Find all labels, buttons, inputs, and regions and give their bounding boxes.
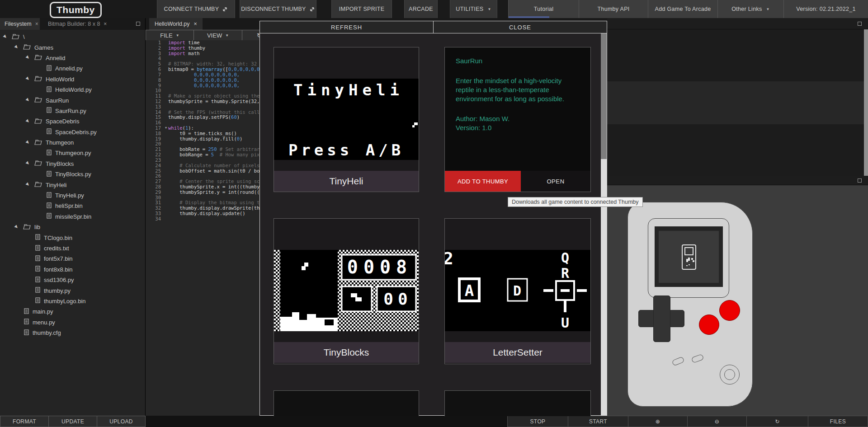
tree-file-font8x8-bin[interactable]: font8x8.bin: [0, 264, 145, 275]
button-a[interactable]: [719, 300, 740, 321]
file-icon: [35, 277, 40, 284]
tree-file-annelid-py[interactable]: Annelid.py: [0, 63, 145, 74]
game-card-tinyblocks[interactable]: 0008 00 TinyBlocks: [274, 218, 419, 364]
panel-scrollbar[interactable]: [864, 29, 868, 176]
tree-file-menu-py[interactable]: menu.py: [0, 317, 145, 328]
tree-folder-helloworld[interactable]: ▶HelloWorld: [0, 74, 145, 84]
files-button[interactable]: FILES: [808, 416, 868, 427]
expanded-triangle-icon[interactable]: ▶: [25, 160, 32, 167]
gutter-spacer: [164, 104, 168, 110]
game-card-tinyheli[interactable]: TinyHeli Press A/B TinyHeli: [274, 47, 419, 192]
top-bar-button-thumby-api[interactable]: Thumby API: [579, 0, 648, 18]
top-bar-button-utilities[interactable]: UTILITIES▼: [450, 0, 497, 18]
close-icon[interactable]: ×: [194, 21, 197, 27]
tree-item-label: lib: [34, 224, 40, 230]
gutter-spacer: [164, 206, 168, 211]
speaker-circle: [720, 365, 740, 385]
tree-folder-games[interactable]: ▶Games: [0, 42, 145, 52]
game-card-partial[interactable]: [444, 390, 591, 416]
zoom-in-icon[interactable]: ⊕: [628, 416, 688, 427]
modal-scrollbar-thumb[interactable]: [601, 33, 607, 159]
tree-folder-tinyheli[interactable]: ▶TinyHeli: [0, 179, 145, 190]
panel-maximize-icon[interactable]: [858, 22, 862, 26]
button-b[interactable]: [699, 314, 719, 335]
top-bar-button-tutorial[interactable]: Tutorial: [508, 0, 579, 18]
expanded-triangle-icon[interactable]: ▶: [25, 76, 32, 82]
tree-file-tinyblocks-py[interactable]: TinyBlocks.py: [0, 169, 145, 179]
expanded-triangle-icon[interactable]: ▶: [25, 182, 32, 188]
rotate-icon[interactable]: ↻: [747, 416, 808, 427]
modal-scrollbar[interactable]: [601, 33, 607, 416]
tab-helloworld-py[interactable]: HelloWorld.py ×: [149, 18, 203, 30]
top-bar-button-add-game-to-arcade[interactable]: Add Game To Arcade: [648, 0, 717, 18]
expanded-triangle-icon[interactable]: ▶: [14, 44, 20, 51]
tree-item-label: heliSpr.bin: [55, 202, 83, 209]
tree-file-credits-txt[interactable]: credits.txt: [0, 243, 145, 253]
top-bar-button-arcade[interactable]: ARCADE: [404, 0, 438, 18]
tree-file-tinyheli-py[interactable]: TinyHeli.py: [0, 190, 145, 201]
top-bar-button-import-sprite[interactable]: IMPORT SPRITE: [331, 0, 392, 18]
dpad-vertical[interactable]: [653, 296, 670, 342]
tab-bitmap-builder[interactable]: Bitmap Builder: 8 x 8 ×: [43, 18, 130, 30]
tab-filesystem[interactable]: Filesystem ×: [0, 18, 40, 30]
expanded-triangle-icon[interactable]: ▶: [14, 224, 20, 230]
code-text: thumby.display.fill(0): [168, 136, 242, 142]
tree-file-thumby-py[interactable]: thumby.py: [0, 285, 145, 296]
stop-button[interactable]: STOP: [507, 416, 568, 427]
tree-folder-saurrun[interactable]: ▶SaurRun: [0, 95, 145, 105]
tree-folder-spacedebris[interactable]: ▶SpaceDebris: [0, 116, 145, 127]
expanded-triangle-icon[interactable]: ▶: [25, 55, 32, 61]
top-bar-button-version-02-21-2022-1[interactable]: Version: 02.21.2022_1: [783, 0, 868, 18]
tree-folder-tinyblocks[interactable]: ▶TinyBlocks: [0, 159, 145, 169]
file-icon: [35, 255, 40, 263]
tree-file-helispr-bin[interactable]: heliSpr.bin: [0, 201, 145, 211]
game-card-lettersetter[interactable]: 2 A D Q R U LetterSetter: [444, 218, 591, 364]
view-menu-button[interactable]: VIEW ▼: [194, 30, 242, 41]
refresh-button[interactable]: REFRESH: [260, 21, 434, 33]
panel-maximize-icon[interactable]: [136, 22, 140, 26]
file-menu-button[interactable]: FILE ▼: [146, 30, 194, 41]
tree-file-thumbylogo-bin[interactable]: thumbyLogo.bin: [0, 296, 145, 306]
tree-file-missilespr-bin[interactable]: missileSpr.bin: [0, 211, 145, 222]
tree-file-spacedebris-py[interactable]: SpaceDebris.py: [0, 127, 145, 137]
tree-folder--[interactable]: ▶\: [0, 32, 145, 42]
top-bar-button-other-links[interactable]: Other Links▼: [717, 0, 783, 18]
tree-file-main-py[interactable]: main.py: [0, 306, 145, 317]
tree-item-label: SpaceDebris.py: [55, 129, 97, 136]
zoom-out-icon[interactable]: ⊖: [688, 416, 747, 427]
tree-file-saurrun-py[interactable]: SaurRun.py: [0, 106, 145, 116]
line-number: 15: [146, 115, 164, 120]
format-button[interactable]: FORMAT: [0, 416, 49, 427]
top-bar-button-connect-thumby[interactable]: CONNECT THUMBY: [157, 0, 235, 18]
panel-maximize-icon[interactable]: [858, 178, 862, 183]
expanded-triangle-icon[interactable]: ▶: [25, 140, 32, 146]
tree-file-thumby-cfg[interactable]: thumby.cfg: [0, 328, 145, 338]
expanded-triangle-icon[interactable]: ▶: [25, 118, 32, 125]
tree-file-font5x7-bin[interactable]: font5x7.bin: [0, 253, 145, 264]
tree-file-ssd1306-py[interactable]: ssd1306.py: [0, 275, 145, 285]
tree-folder-thumgeon[interactable]: ▶Thumgeon: [0, 137, 145, 148]
fold-arrow-icon[interactable]: ▼: [164, 126, 168, 131]
button-label: CONNECT THUMBY: [164, 6, 219, 12]
close-icon[interactable]: ×: [35, 21, 38, 27]
start-button[interactable]: START: [568, 416, 628, 427]
open-button[interactable]: OPEN: [521, 171, 590, 192]
expanded-triangle-icon[interactable]: ▶: [25, 97, 32, 103]
update-button[interactable]: UPDATE: [49, 416, 97, 427]
add-to-thumby-button[interactable]: ADD TO THUMBY: [445, 171, 521, 192]
gutter-spacer: [164, 110, 168, 115]
top-bar-button-disconnect-thumby[interactable]: DISCONNECT THUMBY: [240, 0, 316, 18]
tree-file-tclogo-bin[interactable]: TClogo.bin: [0, 232, 145, 243]
upload-button[interactable]: UPLOAD: [97, 416, 146, 427]
tree-folder-lib[interactable]: ▶lib: [0, 222, 145, 232]
tree-folder-annelid[interactable]: ▶Annelid: [0, 53, 145, 63]
button-label: Other Links: [731, 6, 762, 12]
game-card-partial[interactable]: [274, 390, 419, 416]
close-button[interactable]: CLOSE: [434, 21, 607, 33]
expanded-triangle-icon[interactable]: ▶: [3, 34, 9, 40]
close-icon[interactable]: ×: [104, 21, 107, 27]
tree-item-label: menu.py: [33, 319, 55, 326]
tree-file-helloworld-py[interactable]: HelloWorld.py: [0, 84, 145, 95]
file-icon: [47, 86, 52, 94]
tree-file-thumgeon-py[interactable]: Thumgeon.py: [0, 148, 145, 158]
